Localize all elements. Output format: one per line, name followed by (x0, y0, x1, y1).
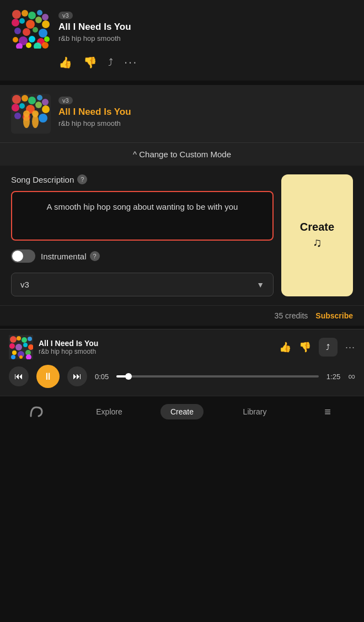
svg-point-6 (12, 19, 19, 26)
np-thumbs-down-icon[interactable]: 👎 (299, 341, 311, 353)
instrumental-help-icon[interactable]: ? (90, 251, 100, 261)
svg-point-45 (17, 336, 21, 341)
svg-point-17 (29, 36, 35, 42)
description-label-text: Song Description (11, 175, 74, 184)
nav-explore-item[interactable]: Explore (73, 407, 146, 416)
custom-mode-button[interactable]: ^ Change to Custom Mode (0, 142, 364, 166)
now-playing-top: All I Need Is You r&b hip hop smooth 👍 👎… (9, 335, 355, 359)
bottom-nav: Explore Create Library ≡ (0, 396, 364, 425)
svg-point-23 (42, 42, 49, 49)
svg-point-50 (23, 343, 28, 347)
credits-bar: 35 credits Subscribe (0, 305, 364, 326)
thumbs-down-icon-1[interactable]: 👎 (83, 56, 97, 69)
now-playing-tags: r&b hip hop smooth (39, 348, 274, 355)
subscribe-button[interactable]: Subscribe (315, 311, 353, 320)
svg-point-33 (35, 102, 42, 108)
description-label-row: Song Description ? (11, 174, 274, 184)
svg-point-35 (14, 113, 21, 119)
svg-point-34 (42, 105, 50, 113)
chevron-down-icon: ▼ (256, 280, 264, 289)
song-info-2: v3 All I Need Is You r&b hip hop smooth (58, 94, 353, 127)
svg-point-38 (39, 114, 47, 123)
nav-library-item[interactable]: Library (218, 407, 291, 416)
song-tags-2: r&b hip hop smooth (58, 119, 353, 127)
np-thumbs-up-icon[interactable]: 👍 (279, 341, 291, 353)
description-help-icon[interactable]: ? (77, 174, 87, 184)
np-more-icon[interactable]: ··· (345, 342, 355, 353)
skip-back-icon: ⏮ (14, 371, 23, 381)
share-icon-1[interactable]: ⤴ (108, 57, 113, 68)
song-info-1: v3 All I Need Is You r&b hip hop smooth (58, 9, 353, 42)
create-button[interactable]: Create ♫ (281, 174, 353, 296)
svg-point-30 (12, 104, 19, 111)
instrumental-row: Instrumental ? (11, 247, 274, 265)
svg-point-10 (42, 20, 50, 28)
svg-point-47 (28, 337, 32, 341)
svg-point-52 (12, 350, 17, 355)
svg-point-5 (42, 14, 49, 20)
skip-back-button[interactable]: ⏮ (9, 366, 29, 386)
svg-point-29 (42, 99, 49, 105)
skip-forward-button[interactable]: ⏭ (67, 366, 87, 386)
pause-icon: ⏸ (43, 371, 53, 382)
svg-point-19 (44, 36, 50, 42)
explore-label: Explore (96, 407, 122, 416)
svg-point-55 (11, 355, 15, 359)
credits-amount: 35 credits (275, 311, 308, 320)
create-section: Song Description ? A smooth hip hop song… (0, 166, 364, 305)
svg-point-9 (35, 17, 42, 23)
thumbs-up-icon-1[interactable]: 👍 (58, 56, 72, 69)
more-icon-1[interactable]: ··· (124, 55, 137, 70)
version-dropdown-value: v3 (20, 280, 29, 289)
total-time: 1:25 (326, 373, 340, 381)
separator-1 (0, 81, 364, 85)
now-playing-bar: All I Need Is You r&b hip hop smooth 👍 👎… (0, 329, 364, 396)
np-share-button[interactable]: ⤴ (319, 338, 338, 357)
svg-point-56 (19, 355, 23, 359)
progress-bar[interactable] (116, 375, 319, 378)
pause-button[interactable]: ⏸ (36, 365, 60, 388)
svg-point-2 (22, 10, 28, 17)
svg-point-11 (14, 28, 21, 34)
svg-point-28 (37, 95, 42, 100)
svg-point-14 (39, 29, 47, 38)
svg-point-27 (28, 97, 36, 104)
progress-thumb (125, 373, 132, 380)
song-card-1: v3 All I Need Is You r&b hip hop smooth … (0, 0, 364, 81)
description-text: A smooth hip hop song about wanting to b… (21, 201, 264, 214)
nav-create-item[interactable]: Create (146, 404, 218, 419)
infinity-icon: ∞ (348, 371, 355, 382)
toggle-thumb (12, 251, 23, 262)
svg-point-15 (13, 37, 18, 42)
now-playing-title: All I Need Is You (39, 339, 274, 348)
song-tags-1: r&b hip hop smooth (58, 34, 353, 42)
svg-point-31 (19, 103, 25, 109)
library-label: Library (243, 407, 267, 416)
np-share-icon: ⤴ (326, 343, 330, 352)
version-dropdown[interactable]: v3 ▼ (11, 273, 274, 296)
album-art-1 (11, 9, 51, 49)
svg-point-8 (26, 20, 35, 29)
create-label: Create (160, 404, 204, 419)
svg-point-7 (19, 18, 25, 24)
current-time: 0:05 (95, 373, 109, 381)
svg-point-49 (15, 344, 22, 350)
menu-icon: ≡ (324, 406, 331, 418)
song-title-2: All I Need Is You (58, 107, 353, 118)
svg-point-1 (12, 10, 21, 19)
svg-point-21 (26, 42, 31, 48)
description-box[interactable]: A smooth hip hop song about wanting to b… (11, 191, 274, 241)
svg-point-13 (33, 27, 38, 33)
instrumental-label: Instrumental ? (41, 251, 100, 261)
svg-point-48 (9, 343, 15, 349)
album-art-2 (11, 94, 51, 134)
nav-menu-item[interactable]: ≡ (291, 406, 364, 418)
svg-point-12 (23, 28, 30, 36)
skip-forward-icon: ⏭ (73, 371, 82, 381)
instrumental-toggle[interactable] (11, 249, 35, 263)
song-actions-1: 👍 👎 ⤴ ··· (11, 49, 353, 72)
svg-point-42 (32, 110, 39, 117)
nav-logo-item[interactable] (0, 403, 73, 421)
svg-point-46 (22, 337, 27, 343)
player-controls: ⏮ ⏸ ⏭ 0:05 1:25 ∞ (9, 365, 355, 388)
